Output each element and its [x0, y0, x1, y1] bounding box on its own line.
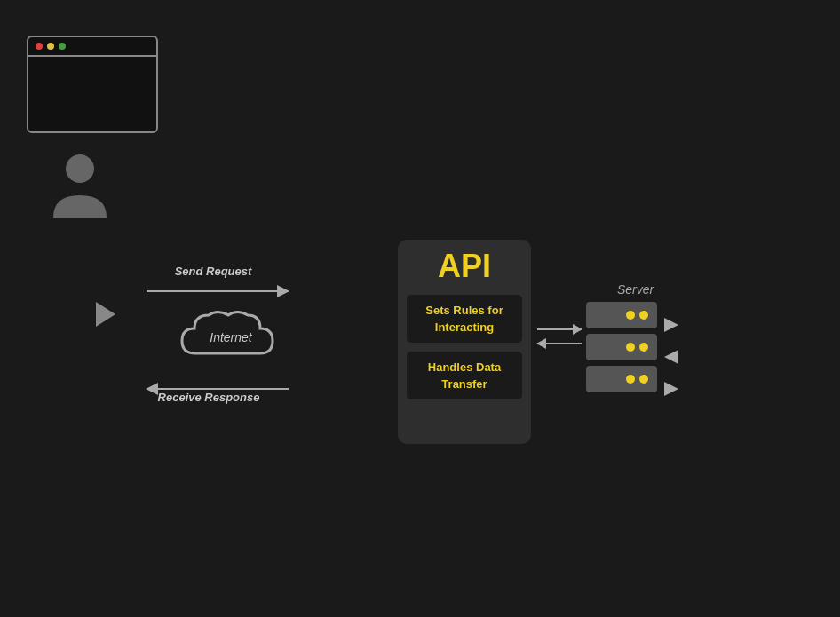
server-right-arrows: [664, 318, 678, 396]
handles-data-label: Handles Data Transfer: [428, 360, 501, 391]
api-server-arrows: [537, 328, 582, 344]
server-led-1: [626, 311, 635, 320]
dot-red: [36, 43, 43, 50]
api-box: API Sets Rules for Interacting Handles D…: [398, 240, 531, 444]
server-led-2: [639, 311, 648, 320]
server-right-arrow-3: [664, 382, 678, 396]
server-right-arrow-2: [664, 350, 678, 364]
server-label: Server: [617, 282, 654, 297]
svg-point-0: [66, 154, 94, 183]
server-rack-3: [586, 366, 657, 392]
server-to-api-arrow: [537, 343, 582, 344]
sets-rules-label: Sets Rules for Interacting: [425, 304, 503, 334]
send-request-label: Send Request: [160, 265, 266, 279]
server-led-5: [626, 375, 635, 384]
play-button-icon: [96, 302, 115, 327]
server-group: [586, 302, 657, 392]
dot-yellow: [47, 43, 54, 50]
internet-cloud: Internet: [173, 302, 289, 373]
browser-titlebar: [28, 37, 156, 57]
person-icon: [49, 151, 111, 222]
server-right-arrow-1: [664, 318, 678, 332]
dot-green: [59, 43, 66, 50]
handles-data-box: Handles Data Transfer: [407, 352, 522, 399]
server-led-3: [626, 343, 635, 352]
api-to-server-arrow: [537, 328, 582, 330]
receive-response-label: Receive Response: [155, 391, 262, 406]
diagram-scene: Send Request Internet Receive Response A…: [0, 0, 840, 617]
send-request-arrow: [147, 290, 289, 292]
server-led-6: [639, 375, 648, 384]
api-title: API: [438, 250, 491, 282]
server-led-4: [639, 343, 648, 352]
server-rack-1: [586, 302, 657, 328]
browser-window: [27, 36, 158, 133]
receive-response-arrow: [147, 388, 289, 390]
server-rack-2: [586, 334, 657, 360]
internet-label: Internet: [210, 330, 251, 344]
sets-rules-box: Sets Rules for Interacting: [407, 295, 522, 343]
